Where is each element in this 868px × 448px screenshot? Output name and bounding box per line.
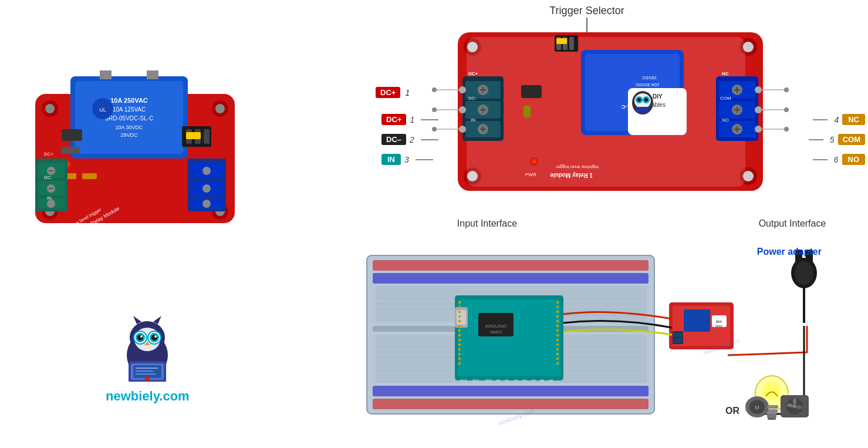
svg-text:28VDC: 28VDC bbox=[120, 132, 138, 138]
svg-point-159 bbox=[784, 87, 789, 92]
svg-point-44 bbox=[202, 167, 211, 175]
svg-rect-216 bbox=[556, 334, 559, 336]
relay-module-image: 10A 250VAC 10A 125VAC SRD-05VDC-SL-C 10A… bbox=[12, 12, 258, 235]
svg-rect-204 bbox=[458, 343, 461, 346]
svg-rect-221 bbox=[556, 358, 559, 360]
svg-text:ARDUINO: ARDUINO bbox=[485, 324, 507, 329]
svg-rect-220 bbox=[556, 353, 559, 355]
svg-point-46 bbox=[202, 200, 211, 208]
svg-text:PWR: PWR bbox=[525, 172, 536, 177]
svg-rect-202 bbox=[458, 334, 461, 336]
svg-rect-212 bbox=[556, 315, 559, 318]
svg-rect-203 bbox=[458, 339, 461, 341]
svg-point-245 bbox=[795, 261, 813, 285]
svg-rect-218 bbox=[556, 343, 559, 346]
svg-rect-201 bbox=[458, 329, 461, 332]
svg-rect-208 bbox=[458, 362, 461, 365]
svg-rect-257 bbox=[768, 405, 778, 409]
wiring-diagram-svg: ARDUINO NANO bbox=[364, 244, 857, 437]
svg-rect-217 bbox=[556, 339, 559, 341]
svg-rect-190 bbox=[457, 310, 466, 325]
svg-rect-252 bbox=[768, 417, 776, 420]
svg-text:OR: OR bbox=[725, 406, 739, 416]
svg-rect-199 bbox=[458, 320, 461, 322]
svg-rect-141 bbox=[556, 38, 567, 44]
logo-text: newbiely.com bbox=[106, 389, 190, 404]
svg-point-63 bbox=[140, 335, 143, 338]
svg-text:A0: A0 bbox=[496, 379, 501, 382]
svg-text:D12: D12 bbox=[472, 379, 479, 382]
svg-point-73 bbox=[145, 376, 150, 381]
svg-text:DC+: DC+ bbox=[44, 151, 54, 157]
svg-rect-246 bbox=[803, 288, 805, 323]
svg-text:ables: ables bbox=[715, 324, 722, 328]
svg-rect-166 bbox=[373, 273, 649, 284]
svg-point-153 bbox=[432, 87, 437, 92]
svg-text:10A 30VDC: 10A 30VDC bbox=[115, 124, 143, 130]
svg-rect-195 bbox=[458, 301, 461, 304]
svg-rect-140 bbox=[569, 37, 574, 50]
svg-rect-188 bbox=[458, 299, 560, 376]
relay-diagram-section: Trigger Selector bbox=[376, 0, 863, 235]
svg-rect-30 bbox=[186, 132, 201, 139]
svg-text:DC+: DC+ bbox=[468, 71, 478, 76]
svg-text:DIY: DIY bbox=[653, 93, 663, 100]
svg-point-161 bbox=[784, 127, 789, 132]
svg-rect-241 bbox=[673, 338, 683, 343]
svg-text:1 Relay Module: 1 Relay Module bbox=[550, 172, 593, 178]
svg-text:high/low level trigger: high/low level trigger bbox=[556, 164, 599, 170]
svg-rect-210 bbox=[556, 306, 559, 308]
svg-rect-205 bbox=[458, 348, 461, 351]
svg-rect-20 bbox=[62, 129, 82, 141]
svg-text:UL: UL bbox=[99, 107, 106, 113]
svg-text:ables: ables bbox=[651, 102, 666, 108]
svg-point-154 bbox=[432, 107, 437, 112]
svg-rect-240 bbox=[673, 332, 683, 337]
pin-dc-plus: DC+ 1 bbox=[376, 87, 410, 98]
pin-no-label: 6 NO bbox=[813, 154, 865, 165]
svg-rect-219 bbox=[556, 348, 559, 351]
svg-text:D13: D13 bbox=[460, 379, 467, 382]
svg-point-62 bbox=[151, 335, 157, 341]
svg-rect-143 bbox=[523, 106, 531, 117]
svg-point-160 bbox=[784, 107, 789, 112]
svg-point-155 bbox=[432, 127, 437, 132]
svg-text:A4: A4 bbox=[531, 379, 536, 382]
svg-text:SRD-05VDC-SL-C: SRD-05VDC-SL-C bbox=[105, 115, 154, 122]
svg-text:10A 125VAC: 10A 125VAC bbox=[113, 106, 146, 113]
svg-point-2 bbox=[45, 104, 55, 113]
svg-text:DC-: DC- bbox=[468, 96, 477, 101]
relay-photo-section: 10A 250VAC 10A 125VAC SRD-05VDC-SL-C 10A… bbox=[12, 12, 258, 258]
svg-text:IN: IN bbox=[471, 117, 475, 123]
svg-text:28VDC: 28VDC bbox=[641, 75, 657, 80]
svg-rect-25 bbox=[82, 173, 97, 179]
svg-rect-165 bbox=[373, 260, 649, 271]
svg-rect-211 bbox=[556, 311, 559, 313]
svg-rect-18 bbox=[100, 70, 112, 79]
svg-point-249 bbox=[763, 382, 781, 399]
svg-rect-200 bbox=[458, 325, 461, 327]
svg-rect-19 bbox=[147, 70, 158, 79]
output-interface-label: Output Interface bbox=[739, 218, 845, 229]
svg-rect-68 bbox=[133, 365, 161, 378]
pin-com-label: 5 COM bbox=[809, 134, 865, 145]
svg-point-129 bbox=[637, 98, 641, 102]
svg-text:A3: A3 bbox=[522, 379, 527, 382]
svg-rect-251 bbox=[767, 414, 776, 417]
svg-point-45 bbox=[202, 184, 211, 193]
svg-rect-168 bbox=[373, 386, 649, 396]
svg-text:NC: NC bbox=[722, 71, 729, 76]
svg-rect-206 bbox=[458, 353, 461, 355]
power-adapter-label: Power adapter bbox=[757, 247, 822, 257]
svg-rect-235 bbox=[684, 309, 710, 332]
svg-text:DC-: DC- bbox=[44, 175, 53, 180]
relay-diagram-svg: DC+ DC- IN NC COM NO SRD-05VDC-SL-C 10A … bbox=[376, 0, 845, 211]
svg-rect-215 bbox=[556, 329, 559, 332]
svg-text:DIY: DIY bbox=[716, 320, 722, 324]
svg-point-61 bbox=[137, 335, 143, 341]
wiring-section: Power adapter bbox=[364, 244, 868, 448]
svg-text:NANO: NANO bbox=[490, 330, 502, 334]
svg-point-64 bbox=[154, 335, 157, 338]
svg-text:A6: A6 bbox=[549, 379, 553, 382]
svg-point-130 bbox=[644, 98, 648, 102]
